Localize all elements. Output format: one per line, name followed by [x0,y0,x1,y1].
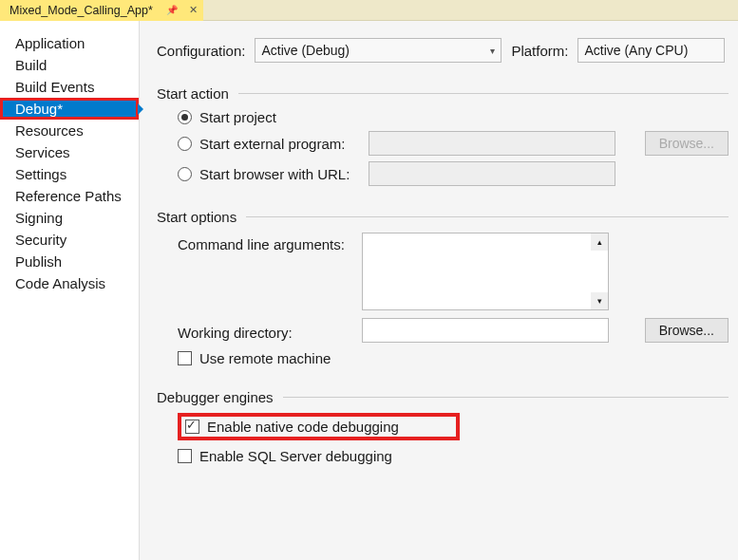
cmdline-row: Command line arguments: ▴ ▾ [178,233,729,310]
platform-select[interactable]: Active (Any CPU) [577,38,725,63]
radio-label: Start external program: [199,136,361,152]
workdir-row: Working directory: Browse... [178,318,729,343]
sidebar-label: Code Analysis [15,275,105,291]
browse-workdir-button[interactable]: Browse... [645,318,729,343]
remote-machine-option[interactable]: Use remote machine [178,350,729,366]
tab-title: Mixed_Mode_Calling_App* [9,4,153,17]
start-action-section: Start action [157,85,729,102]
checkbox-label: Enable native code debugging [207,419,399,435]
platform-label: Platform: [511,43,568,59]
sidebar-item-publish[interactable]: Publish [0,251,139,272]
sidebar-label: Reference Paths [15,188,122,204]
enable-native-checkbox[interactable] [185,420,199,434]
platform-value: Active (Any CPU) [584,43,688,58]
document-tab[interactable]: Mixed_Mode_Calling_App* 📌 ✕ [0,0,203,21]
radio-icon[interactable] [178,167,192,181]
native-debug-row: Enable native code debugging [178,413,729,440]
chevron-down-icon: ▾ [490,46,495,56]
section-divider [246,216,729,217]
sidebar-label: Build Events [15,79,94,95]
sidebar-label: Signing [15,210,63,226]
properties-sidebar: Application Build Build Events Debug* Re… [0,21,140,560]
section-divider [238,93,729,94]
sidebar-item-signing[interactable]: Signing [0,207,139,229]
radio-label: Start project [199,109,276,125]
sidebar-label: Debug* [15,101,63,117]
sidebar-item-debug[interactable]: Debug* [0,98,139,120]
browse-external-button[interactable]: Browse... [645,131,729,156]
sidebar-item-reference-paths[interactable]: Reference Paths [0,185,139,207]
sql-debug-option[interactable]: Enable SQL Server debugging [178,448,729,464]
checkbox-label: Use remote machine [199,350,331,366]
enable-sql-checkbox[interactable] [178,449,192,463]
configuration-label: Configuration: [157,43,245,59]
radio-icon[interactable] [178,110,192,124]
highlight-box: Enable native code debugging [178,413,460,440]
scroll-down-icon[interactable]: ▾ [591,292,608,309]
section-divider [283,397,729,398]
radio-icon[interactable] [178,137,192,151]
sidebar-item-resources[interactable]: Resources [0,120,139,141]
sidebar-item-build-events[interactable]: Build Events [0,76,139,98]
config-row: Configuration: Active (Debug) ▾ Platform… [157,38,729,63]
debug-content: Configuration: Active (Debug) ▾ Platform… [140,21,738,560]
sidebar-label: Services [15,144,70,160]
sidebar-label: Build [15,57,47,73]
browser-url-input[interactable] [369,161,615,186]
start-external-option[interactable]: Start external program: Browse... [178,131,729,156]
checkbox-icon[interactable] [178,351,192,365]
section-title: Start action [157,85,229,102]
start-options-section: Start options [157,209,729,225]
sidebar-label: Security [15,232,66,248]
section-title: Start options [157,209,237,225]
tab-bar: Mixed_Mode_Calling_App* 📌 ✕ [0,0,738,21]
sidebar-label: Application [15,35,85,51]
workdir-input[interactable] [362,318,609,343]
cmdline-label: Command line arguments: [178,233,349,252]
external-program-input[interactable] [369,131,615,156]
configuration-value: Active (Debug) [261,43,350,58]
debugger-engines-section: Debugger engines [157,389,729,405]
sidebar-label: Publish [15,253,62,270]
pin-icon[interactable]: 📌 [166,5,178,15]
sidebar-item-settings[interactable]: Settings [0,163,139,185]
sidebar-label: Resources [15,122,84,139]
sidebar-item-application[interactable]: Application [0,32,139,54]
radio-label: Start browser with URL: [199,166,361,182]
sidebar-item-services[interactable]: Services [0,141,139,163]
sidebar-item-security[interactable]: Security [0,229,139,251]
cmdline-input[interactable]: ▴ ▾ [362,233,609,310]
scroll-up-icon[interactable]: ▴ [591,233,608,251]
checkbox-label: Enable SQL Server debugging [199,448,392,464]
start-browser-option[interactable]: Start browser with URL: [178,161,729,186]
sidebar-label: Settings [15,166,66,182]
sidebar-item-code-analysis[interactable]: Code Analysis [0,272,139,294]
configuration-select[interactable]: Active (Debug) ▾ [255,38,501,63]
sidebar-item-build[interactable]: Build [0,54,139,76]
close-icon[interactable]: ✕ [189,4,198,16]
section-title: Debugger engines [157,389,274,405]
start-project-option[interactable]: Start project [178,109,729,125]
workdir-label: Working directory: [178,321,349,341]
project-properties-window: Mixed_Mode_Calling_App* 📌 ✕ Application … [0,0,738,560]
